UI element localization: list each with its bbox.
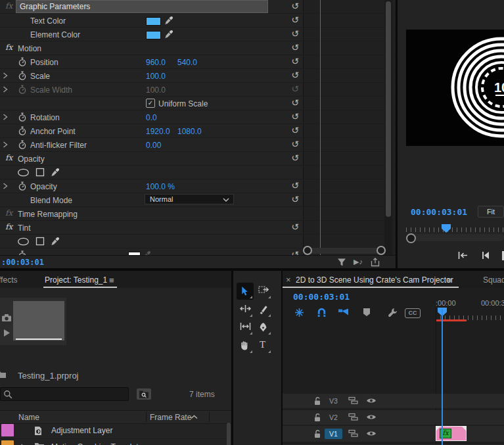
program-mini-ruler[interactable] [406, 224, 504, 233]
sync-lock-icon[interactable] [348, 429, 358, 438]
play-preview-icon[interactable] [3, 329, 11, 337]
label-color-chip[interactable] [1, 440, 14, 445]
hand-tool[interactable] [237, 337, 254, 354]
camera-icon[interactable] [1, 314, 12, 322]
reset-param-icon[interactable]: ↺ [291, 179, 299, 192]
expand-chevron-icon[interactable] [3, 72, 8, 79]
add-marker-icon[interactable] [363, 308, 371, 317]
track-select-tool[interactable] [255, 283, 272, 300]
reset-param-icon[interactable]: ↺ [291, 0, 299, 12]
reset-param-icon[interactable]: ↺ [291, 221, 299, 233]
play-audio-icon[interactable]: ▶♪ [354, 258, 363, 266]
panel-menu-icon[interactable]: ≡ [109, 275, 114, 285]
ripple-edit-tool[interactable] [237, 301, 254, 318]
stopwatch-keyframe-icon[interactable] [18, 250, 27, 255]
pen-mask-icon[interactable] [51, 168, 60, 177]
scrollbar-thumb[interactable] [386, 1, 391, 217]
razor-tool[interactable] [255, 301, 272, 318]
uniform-scale-checkbox[interactable]: ✓ [146, 99, 155, 108]
panel-menu-icon[interactable]: ≡ [447, 275, 452, 285]
param-value[interactable]: 1920.0 [146, 127, 177, 136]
column-divider[interactable] [146, 412, 147, 422]
param-value[interactable]: 100.0 % [146, 182, 177, 191]
timeline-settings-wrench-icon[interactable] [388, 308, 398, 317]
program-zoom-handle[interactable] [406, 233, 416, 243]
ellipse-mask-icon[interactable] [17, 168, 30, 177]
tab-project[interactable]: Project: Testing_1 [45, 275, 107, 285]
eyedropper-icon[interactable] [142, 250, 151, 255]
param-value[interactable]: 540.0 [177, 58, 209, 67]
stopwatch-keyframe-icon[interactable] [18, 126, 27, 136]
blend-mode-select[interactable]: Normal [145, 194, 234, 204]
export-frame-icon[interactable] [371, 258, 380, 267]
eyedropper-icon[interactable] [164, 16, 173, 25]
param-value[interactable]: 0.0 [146, 113, 177, 122]
rect-mask-icon[interactable] [35, 168, 45, 177]
color-swatch[interactable] [146, 31, 161, 39]
project-item-row[interactable]: Adjustment Layer [0, 423, 231, 439]
ellipse-mask-icon[interactable] [17, 237, 30, 246]
stopwatch-keyframe-icon[interactable] [18, 57, 27, 67]
go-to-in-icon[interactable] [457, 251, 469, 260]
reset-param-icon[interactable]: ↺ [291, 152, 299, 164]
reset-param-icon[interactable]: ↺ [291, 248, 299, 255]
captions-icon[interactable]: CC [405, 308, 421, 318]
keyframe-filter-icon[interactable] [337, 258, 346, 267]
track-target-badge[interactable]: V1 [325, 429, 342, 439]
param-value[interactable]: 0.00 [146, 141, 177, 150]
expand-chevron-icon[interactable] [3, 114, 8, 120]
label-color-chip[interactable] [1, 424, 14, 436]
track-lock-icon[interactable] [313, 429, 321, 438]
track-lock-icon[interactable] [313, 396, 321, 406]
sync-lock-icon[interactable] [348, 396, 358, 405]
sync-lock-icon[interactable] [348, 413, 358, 421]
reset-param-icon[interactable]: ↺ [291, 69, 299, 82]
reset-param-icon[interactable]: ↺ [291, 193, 299, 206]
expand-chevron-icon[interactable] [3, 183, 8, 189]
track-lock-icon[interactable] [313, 413, 321, 422]
expand-chevron-icon[interactable] [3, 86, 8, 93]
timeline-timecode[interactable]: 00:00:03:01 [293, 292, 350, 302]
track-target-badge[interactable]: V3 [325, 396, 342, 406]
effect-controls-scrollbar[interactable] [384, 0, 392, 255]
project-item-row[interactable]: Motion Graphics Template [0, 439, 231, 445]
close-tab-icon[interactable]: × [286, 275, 291, 285]
project-filename[interactable]: Testing_1.prproj [18, 371, 79, 381]
search-bin-button[interactable] [137, 388, 151, 400]
slip-tool[interactable] [237, 319, 254, 336]
effect-timeline-zoombar[interactable] [305, 248, 381, 254]
reset-param-icon[interactable]: ↺ [291, 55, 299, 68]
linked-selection-icon[interactable] [338, 308, 349, 316]
item-thumbnail[interactable] [13, 301, 64, 340]
reset-param-icon[interactable]: ↺ [291, 83, 299, 95]
reset-param-icon[interactable]: ↺ [291, 41, 299, 54]
reset-param-icon[interactable]: ↺ [291, 14, 299, 26]
sort-ascending-icon[interactable] [191, 415, 198, 419]
stopwatch-keyframe-icon[interactable] [18, 181, 27, 191]
program-video-frame[interactable]: 10 [406, 30, 504, 146]
rect-mask-icon[interactable] [35, 237, 45, 246]
tab-sequence-2[interactable]: Squadro [483, 275, 504, 285]
stopwatch-keyframe-icon[interactable] [18, 140, 27, 150]
timeline-playhead-line[interactable] [442, 309, 443, 445]
stopwatch-keyframe-icon[interactable] [18, 71, 27, 81]
reset-param-icon[interactable]: ↺ [291, 97, 299, 109]
eyedropper-icon[interactable] [164, 30, 173, 39]
param-value[interactable]: 100.0 [146, 72, 177, 81]
param-value[interactable]: 100.0 [146, 85, 177, 95]
stopwatch-keyframe-icon[interactable] [18, 112, 27, 122]
tab-sequence[interactable]: 2D to 3D Scene Using Crate's Cam Project… [296, 275, 453, 285]
timeline-clip[interactable]: fx [436, 426, 467, 441]
reset-param-icon[interactable]: ↺ [291, 124, 299, 137]
color-swatch[interactable] [146, 17, 161, 26]
expand-chevron-icon[interactable] [3, 141, 8, 148]
effect-timeline-playhead-line[interactable] [320, 0, 321, 255]
program-timecode[interactable]: 00:00:03:01 [411, 207, 467, 217]
column-frame-rate[interactable]: Frame Rate [150, 413, 191, 422]
reset-param-icon[interactable]: ↺ [291, 28, 299, 40]
selected-effect-header[interactable]: Graphic Parameters [16, 0, 268, 13]
snap-magnet-icon[interactable] [317, 308, 327, 317]
project-home-icon[interactable] [0, 371, 7, 379]
pen-tool[interactable] [255, 319, 272, 336]
project-scrollbar-thumb[interactable] [227, 423, 231, 445]
